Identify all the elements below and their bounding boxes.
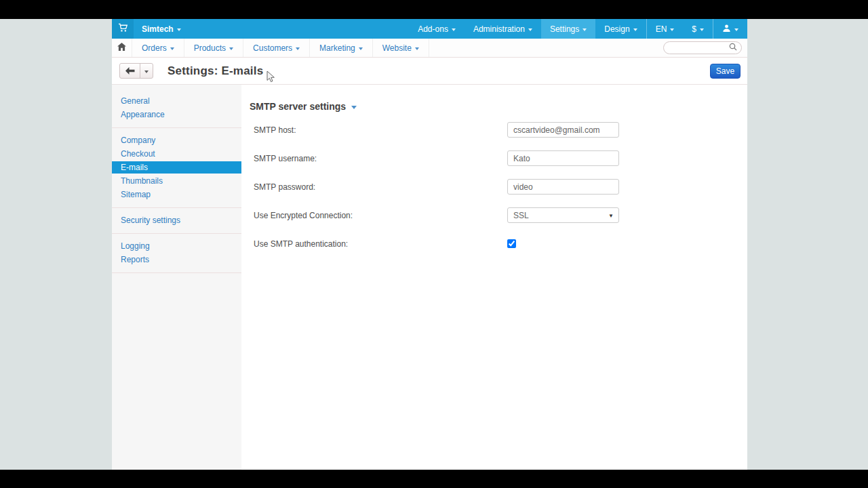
sidebar-item-thumbnails[interactable]: Thumbnails [112, 174, 241, 188]
encrypted-connection-select[interactable]: SSL ▼ [507, 207, 619, 223]
top-navbar: Simtech Add-ons Administration Settings [112, 19, 747, 39]
nav-label: Customers [253, 43, 292, 53]
settings-sidebar: General Appearance Company Checkout E-ma… [112, 85, 241, 470]
language-label: EN [656, 24, 667, 34]
back-button-group [119, 63, 153, 79]
sidebar-item-appearance[interactable]: Appearance [112, 108, 241, 121]
sidebar-item-emails[interactable]: E-mails [112, 161, 241, 174]
smtp-username-label: SMTP username: [254, 154, 507, 163]
nav-item-customers[interactable]: Customers [243, 39, 310, 57]
chevron-down-icon [229, 47, 233, 50]
secondary-navbar: Orders Products Customers Marketing Webs… [112, 39, 747, 58]
top-menu-addons[interactable]: Add-ons [409, 19, 465, 39]
nav-label: Website [382, 43, 412, 53]
nav-item-marketing[interactable]: Marketing [310, 39, 373, 57]
search-input[interactable] [671, 44, 729, 52]
nav-label: Orders [142, 43, 167, 53]
smtp-host-field[interactable] [507, 122, 619, 138]
chevron-down-icon [583, 28, 587, 31]
home-button[interactable] [112, 39, 132, 57]
chevron-down-icon [734, 28, 738, 31]
form-row: SMTP username: [250, 150, 747, 166]
menu-label: Settings [550, 24, 579, 34]
encrypted-connection-label: Use Encrypted Connection: [254, 211, 507, 220]
save-button[interactable]: Save [710, 64, 741, 79]
sidebar-item-company[interactable]: Company [112, 134, 241, 147]
currency-selector[interactable]: $ [683, 19, 713, 39]
page-title: Settings: E-mails [167, 64, 263, 78]
selected-option: SSL [513, 211, 529, 220]
nav-item-website[interactable]: Website [373, 39, 429, 57]
section-title: SMTP server settings [250, 101, 346, 112]
smtp-settings-form: SMTP host: SMTP username: SMTP password:… [250, 122, 747, 251]
smtp-password-label: SMTP password: [254, 182, 507, 192]
smtp-authentication-checkbox[interactable] [507, 239, 516, 248]
chevron-down-icon [177, 28, 181, 31]
form-row: Use Encrypted Connection: SSL ▼ [250, 207, 747, 223]
chevron-down-icon [415, 47, 419, 50]
chevron-down-icon [528, 28, 532, 31]
smtp-host-label: SMTP host: [254, 125, 507, 135]
section-header[interactable]: SMTP server settings [250, 101, 747, 112]
menu-label: Design [604, 24, 629, 34]
letterbox-top [0, 0, 868, 19]
settings-form-panel: SMTP server settings SMTP host: SMTP use… [241, 85, 747, 470]
chevron-down-icon [700, 28, 704, 31]
sidebar-group: General Appearance [112, 94, 241, 127]
home-icon [117, 43, 126, 53]
page-header: Settings: E-mails Save [112, 58, 747, 85]
nav-label: Marketing [319, 43, 355, 53]
admin-window: Simtech Add-ons Administration Settings [112, 19, 747, 470]
chevron-down-icon [452, 28, 456, 31]
screen: Simtech Add-ons Administration Settings [0, 0, 868, 488]
sidebar-item-reports[interactable]: Reports [112, 253, 241, 266]
smtp-password-field[interactable] [507, 179, 619, 195]
menu-label: Administration [473, 24, 525, 34]
language-selector[interactable]: EN [647, 19, 684, 39]
menu-label: Add-ons [418, 24, 448, 34]
sidebar-item-general[interactable]: General [112, 94, 241, 108]
form-row: SMTP host: [250, 122, 747, 138]
top-menu-settings[interactable]: Settings [541, 19, 595, 39]
smtp-username-field[interactable] [507, 150, 619, 166]
chevron-down-icon [296, 47, 300, 50]
form-row: Use SMTP authentication: [250, 236, 747, 251]
nav-item-orders[interactable]: Orders [132, 39, 184, 57]
sidebar-group: Security settings [112, 207, 241, 233]
letterbox-bottom [0, 470, 868, 488]
nav-label: Products [194, 43, 226, 53]
chevron-down-icon [670, 28, 674, 31]
cart-icon [118, 23, 128, 35]
chevron-down-icon [170, 47, 174, 50]
sidebar-item-logging[interactable]: Logging [112, 239, 241, 253]
back-arrow-icon [125, 66, 135, 77]
brand-label: Simtech [142, 24, 174, 34]
sidebar-item-checkout[interactable]: Checkout [112, 147, 241, 161]
currency-label: $ [692, 24, 696, 34]
back-history-dropdown[interactable] [140, 64, 153, 78]
chevron-down-icon [359, 47, 363, 50]
storefront-cart-button[interactable] [112, 19, 134, 39]
brand-menu[interactable]: Simtech [134, 19, 189, 39]
content-area: General Appearance Company Checkout E-ma… [112, 85, 747, 470]
sidebar-group: Company Checkout E-mails Thumbnails Site… [112, 127, 241, 207]
sidebar-item-security-settings[interactable]: Security settings [112, 214, 241, 227]
user-icon [722, 24, 731, 35]
search-icon[interactable] [729, 43, 737, 53]
top-menu: Add-ons Administration Settings Design [409, 19, 747, 39]
sidebar-item-sitemap[interactable]: Sitemap [112, 188, 241, 201]
top-menu-administration[interactable]: Administration [465, 19, 541, 39]
form-row: SMTP password: [250, 179, 747, 195]
top-menu-design[interactable]: Design [595, 19, 646, 39]
sidebar-group: Logging Reports [112, 233, 241, 273]
smtp-authentication-label: Use SMTP authentication: [254, 239, 507, 249]
chevron-down-icon [144, 70, 149, 73]
chevron-down-icon [633, 28, 637, 31]
nav-item-products[interactable]: Products [184, 39, 243, 57]
user-account-menu[interactable] [713, 19, 747, 39]
search-box [663, 41, 742, 54]
back-button[interactable] [120, 64, 140, 78]
chevron-down-icon [351, 106, 357, 109]
select-arrow-icon: ▼ [608, 213, 614, 219]
